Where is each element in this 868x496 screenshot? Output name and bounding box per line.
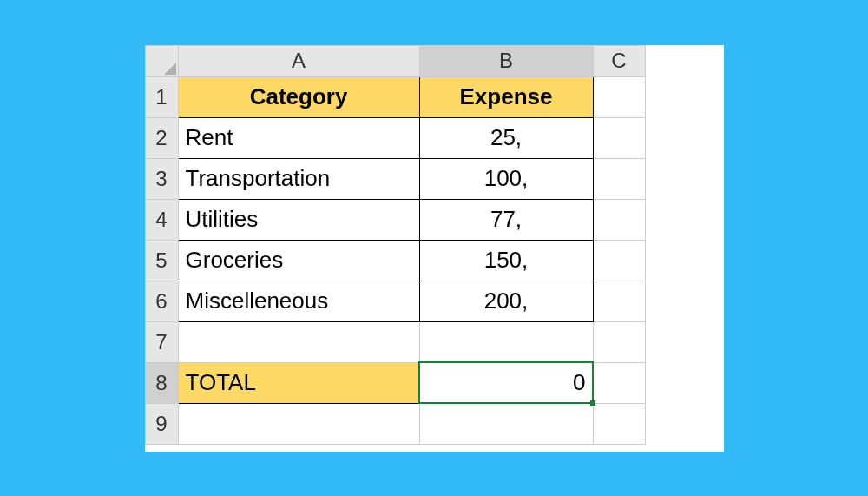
cell-A7[interactable] — [178, 321, 419, 362]
cell-A8[interactable]: TOTAL — [178, 362, 419, 403]
row-header-6[interactable]: 6 — [145, 281, 178, 321]
cell-A5[interactable]: Groceries — [178, 240, 419, 281]
row-header-9[interactable]: 9 — [145, 403, 178, 444]
cell-B8[interactable]: 0 — [419, 362, 593, 403]
cell-B9[interactable] — [419, 403, 593, 444]
cell-B1[interactable]: Expense — [419, 76, 593, 117]
cell-A6[interactable]: Miscelleneous — [178, 281, 419, 321]
cell-C5[interactable] — [593, 240, 645, 281]
cell-B3[interactable]: 100, — [419, 158, 593, 199]
column-header-A[interactable]: A — [178, 45, 419, 76]
cell-A3[interactable]: Transportation — [178, 158, 419, 199]
row-header-2[interactable]: 2 — [145, 117, 178, 158]
cell-C7[interactable] — [593, 321, 645, 362]
cell-B2[interactable]: 25, — [419, 117, 593, 158]
row-header-1[interactable]: 1 — [145, 76, 178, 117]
select-all-corner[interactable] — [145, 45, 178, 76]
spreadsheet-window: A B C 1 Category Expense 2 Rent 25, 3 Tr… — [145, 45, 724, 452]
cell-A4[interactable]: Utilities — [178, 199, 419, 240]
row-header-3[interactable]: 3 — [145, 158, 178, 199]
cell-B4[interactable]: 77, — [419, 199, 593, 240]
column-header-C[interactable]: C — [593, 45, 645, 76]
row-header-8[interactable]: 8 — [145, 362, 178, 403]
cell-A2[interactable]: Rent — [178, 117, 419, 158]
cell-A9[interactable] — [178, 403, 419, 444]
cell-B5[interactable]: 150, — [419, 240, 593, 281]
cell-C2[interactable] — [593, 117, 645, 158]
cell-C4[interactable] — [593, 199, 645, 240]
cell-C1[interactable] — [593, 76, 645, 117]
row-header-4[interactable]: 4 — [145, 199, 178, 240]
cell-C9[interactable] — [593, 403, 645, 444]
cell-B6[interactable]: 200, — [419, 281, 593, 321]
cell-C8[interactable] — [593, 362, 645, 403]
cell-C6[interactable] — [593, 281, 645, 321]
cell-C3[interactable] — [593, 158, 645, 199]
row-header-7[interactable]: 7 — [145, 321, 178, 362]
cell-B7[interactable] — [419, 321, 593, 362]
column-header-B[interactable]: B — [419, 45, 593, 76]
worksheet-grid[interactable]: A B C 1 Category Expense 2 Rent 25, 3 Tr… — [145, 45, 646, 445]
cell-A1[interactable]: Category — [178, 76, 419, 117]
row-header-5[interactable]: 5 — [145, 240, 178, 281]
